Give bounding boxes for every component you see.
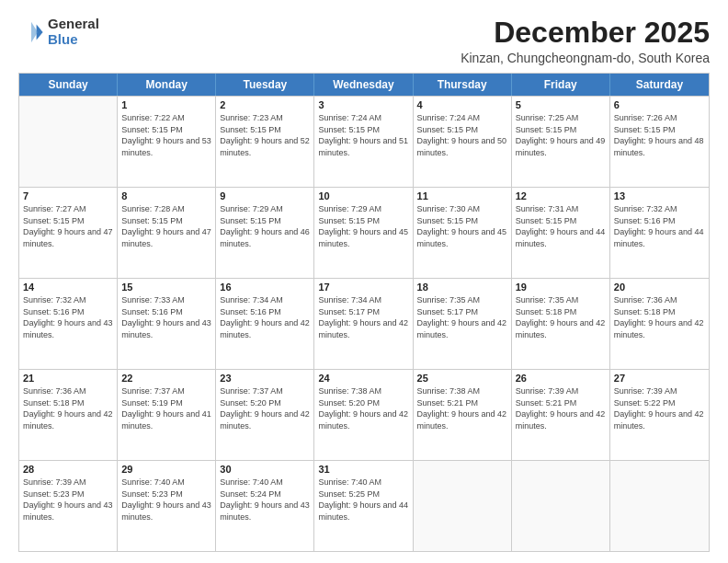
day-info: Sunrise: 7:32 AMSunset: 5:16 PMDaylight:… [23,294,113,340]
day-info: Sunrise: 7:38 AMSunset: 5:21 PMDaylight:… [417,385,507,431]
calendar-cell: 18Sunrise: 7:35 AMSunset: 5:17 PMDayligh… [414,279,512,369]
calendar-cell [512,461,610,551]
day-number: 6 [614,99,705,110]
logo-blue: Blue [48,32,99,48]
logo-text: General Blue [48,17,99,47]
calendar-week-3: 14Sunrise: 7:32 AMSunset: 5:16 PMDayligh… [19,278,709,369]
calendar-header-tuesday: Tuesday [216,74,314,96]
calendar-cell: 11Sunrise: 7:30 AMSunset: 5:15 PMDayligh… [414,188,512,278]
calendar-cell: 1Sunrise: 7:22 AMSunset: 5:15 PMDaylight… [118,97,216,187]
calendar-week-5: 28Sunrise: 7:39 AMSunset: 5:23 PMDayligh… [19,460,709,551]
calendar-cell: 14Sunrise: 7:32 AMSunset: 5:16 PMDayligh… [19,279,118,369]
day-number: 14 [23,282,113,293]
day-number: 16 [220,282,310,293]
calendar-cell: 30Sunrise: 7:40 AMSunset: 5:24 PMDayligh… [216,461,314,551]
calendar-cell: 23Sunrise: 7:37 AMSunset: 5:20 PMDayligh… [216,370,314,460]
calendar-cell: 9Sunrise: 7:29 AMSunset: 5:15 PMDaylight… [216,188,314,278]
day-info: Sunrise: 7:39 AMSunset: 5:21 PMDaylight:… [516,385,606,431]
day-number: 29 [121,464,211,475]
day-info: Sunrise: 7:39 AMSunset: 5:23 PMDaylight:… [23,477,113,523]
calendar-cell: 26Sunrise: 7:39 AMSunset: 5:21 PMDayligh… [512,370,610,460]
calendar-cell: 25Sunrise: 7:38 AMSunset: 5:21 PMDayligh… [414,370,512,460]
day-number: 1 [121,99,211,110]
logo-general: General [48,17,99,32]
calendar-cell: 27Sunrise: 7:39 AMSunset: 5:22 PMDayligh… [610,370,709,460]
day-number: 20 [614,282,705,293]
day-info: Sunrise: 7:22 AMSunset: 5:15 PMDaylight:… [121,112,211,158]
calendar: SundayMondayTuesdayWednesdayThursdayFrid… [18,73,710,552]
calendar-cell: 31Sunrise: 7:40 AMSunset: 5:25 PMDayligh… [314,461,413,551]
calendar-cell: 13Sunrise: 7:32 AMSunset: 5:16 PMDayligh… [610,188,709,278]
day-number: 15 [121,282,211,293]
calendar-header-friday: Friday [512,74,610,96]
day-info: Sunrise: 7:30 AMSunset: 5:15 PMDaylight:… [417,203,507,249]
calendar-cell: 28Sunrise: 7:39 AMSunset: 5:23 PMDayligh… [19,461,118,551]
calendar-week-2: 7Sunrise: 7:27 AMSunset: 5:15 PMDaylight… [19,187,709,278]
calendar-cell: 17Sunrise: 7:34 AMSunset: 5:17 PMDayligh… [314,279,413,369]
day-number: 3 [318,99,408,110]
calendar-cell: 24Sunrise: 7:38 AMSunset: 5:20 PMDayligh… [314,370,413,460]
day-info: Sunrise: 7:31 AMSunset: 5:15 PMDaylight:… [516,203,606,249]
calendar-cell: 15Sunrise: 7:33 AMSunset: 5:16 PMDayligh… [118,279,216,369]
day-info: Sunrise: 7:35 AMSunset: 5:18 PMDaylight:… [516,294,606,340]
day-number: 9 [220,190,310,201]
day-number: 7 [23,190,113,201]
day-info: Sunrise: 7:25 AMSunset: 5:15 PMDaylight:… [516,112,606,158]
day-number: 23 [220,373,310,384]
day-info: Sunrise: 7:35 AMSunset: 5:17 PMDaylight:… [417,294,507,340]
page: General Blue December 2025 Kinzan, Chung… [0,0,728,563]
day-number: 4 [417,99,507,110]
day-info: Sunrise: 7:37 AMSunset: 5:20 PMDaylight:… [220,385,310,431]
header: General Blue December 2025 Kinzan, Chung… [18,17,710,65]
day-info: Sunrise: 7:34 AMSunset: 5:16 PMDaylight:… [220,294,310,340]
calendar-cell: 19Sunrise: 7:35 AMSunset: 5:18 PMDayligh… [512,279,610,369]
day-number: 31 [318,464,408,475]
day-number: 26 [516,373,606,384]
day-number: 27 [614,373,705,384]
calendar-cell: 16Sunrise: 7:34 AMSunset: 5:16 PMDayligh… [216,279,314,369]
day-info: Sunrise: 7:40 AMSunset: 5:23 PMDaylight:… [121,477,211,523]
main-title: December 2025 [461,17,710,49]
calendar-cell: 21Sunrise: 7:36 AMSunset: 5:18 PMDayligh… [19,370,118,460]
calendar-header-saturday: Saturday [610,74,709,96]
day-info: Sunrise: 7:36 AMSunset: 5:18 PMDaylight:… [23,385,113,431]
calendar-cell: 8Sunrise: 7:28 AMSunset: 5:15 PMDaylight… [118,188,216,278]
day-info: Sunrise: 7:37 AMSunset: 5:19 PMDaylight:… [121,385,211,431]
calendar-week-1: 1Sunrise: 7:22 AMSunset: 5:15 PMDaylight… [19,96,709,187]
calendar-cell: 22Sunrise: 7:37 AMSunset: 5:19 PMDayligh… [118,370,216,460]
day-number: 8 [121,190,211,201]
day-number: 28 [23,464,113,475]
day-number: 12 [516,190,606,201]
day-number: 19 [516,282,606,293]
calendar-header-sunday: Sunday [19,74,118,96]
day-number: 24 [318,373,408,384]
calendar-cell [19,97,118,187]
day-number: 11 [417,190,507,201]
calendar-header-row: SundayMondayTuesdayWednesdayThursdayFrid… [19,74,709,96]
day-info: Sunrise: 7:26 AMSunset: 5:15 PMDaylight:… [614,112,705,158]
logo-icon [18,19,44,45]
calendar-header-thursday: Thursday [414,74,512,96]
calendar-cell: 2Sunrise: 7:23 AMSunset: 5:15 PMDaylight… [216,97,314,187]
calendar-cell: 6Sunrise: 7:26 AMSunset: 5:15 PMDaylight… [610,97,709,187]
day-info: Sunrise: 7:40 AMSunset: 5:24 PMDaylight:… [220,477,310,523]
day-info: Sunrise: 7:32 AMSunset: 5:16 PMDaylight:… [614,203,705,249]
calendar-cell: 10Sunrise: 7:29 AMSunset: 5:15 PMDayligh… [314,188,413,278]
calendar-cell: 5Sunrise: 7:25 AMSunset: 5:15 PMDaylight… [512,97,610,187]
day-info: Sunrise: 7:27 AMSunset: 5:15 PMDaylight:… [23,203,113,249]
subtitle: Kinzan, Chungcheongnam-do, South Korea [461,51,710,65]
day-number: 13 [614,190,705,201]
calendar-cell [610,461,709,551]
day-info: Sunrise: 7:36 AMSunset: 5:18 PMDaylight:… [614,294,705,340]
logo: General Blue [18,17,99,47]
day-number: 2 [220,99,310,110]
calendar-week-4: 21Sunrise: 7:36 AMSunset: 5:18 PMDayligh… [19,369,709,460]
day-info: Sunrise: 7:39 AMSunset: 5:22 PMDaylight:… [614,385,705,431]
day-number: 21 [23,373,113,384]
day-info: Sunrise: 7:24 AMSunset: 5:15 PMDaylight:… [318,112,408,158]
day-info: Sunrise: 7:38 AMSunset: 5:20 PMDaylight:… [318,385,408,431]
calendar-body: 1Sunrise: 7:22 AMSunset: 5:15 PMDaylight… [19,96,709,551]
day-number: 30 [220,464,310,475]
day-info: Sunrise: 7:23 AMSunset: 5:15 PMDaylight:… [220,112,310,158]
day-number: 25 [417,373,507,384]
